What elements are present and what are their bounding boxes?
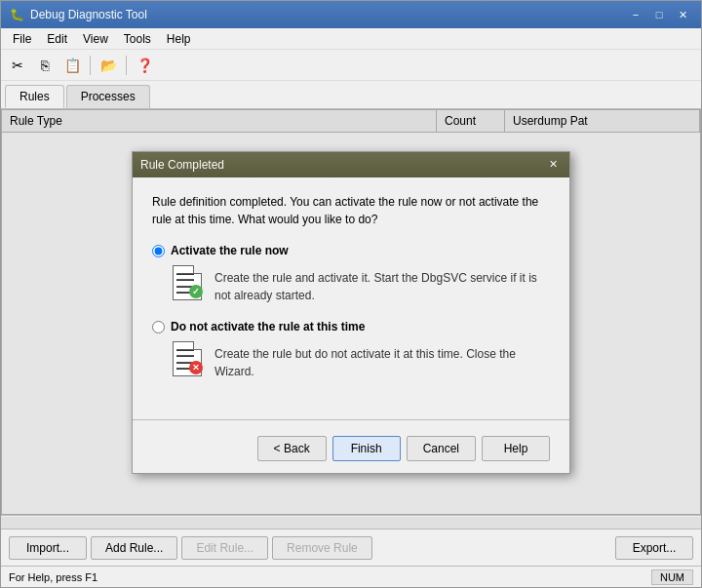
status-text: For Help, press F1 <box>9 571 651 583</box>
cut-button[interactable]: ✂ <box>5 53 30 78</box>
dialog-description: Rule definition completed. You can activ… <box>152 193 550 228</box>
app-icon: 🐛 <box>9 7 24 22</box>
tabs: Rules Processes <box>1 81 701 108</box>
minimize-button[interactable]: − <box>625 5 646 24</box>
bottom-bar: Import... Add Rule... Edit Rule... Remov… <box>1 529 701 566</box>
dialog-help-button[interactable]: Help <box>482 436 550 461</box>
export-button[interactable]: Export... <box>615 536 693 560</box>
toolbar-separator <box>90 56 91 75</box>
horizontal-scrollbar[interactable] <box>1 515 701 529</box>
finish-button[interactable]: Finish <box>332 436 401 461</box>
hscroll-track <box>1 517 701 529</box>
open-button[interactable]: 📂 <box>96 53 121 78</box>
radio-do-not-activate[interactable] <box>152 321 165 333</box>
dialog-footer: < Back Finish Cancel Help <box>133 428 569 473</box>
menu-edit[interactable]: Edit <box>39 30 75 48</box>
toolbar: ✂ ⎘ 📋 📂 ❓ <box>1 50 701 81</box>
edit-rule-button[interactable]: Edit Rule... <box>181 536 268 560</box>
cancel-button[interactable]: Cancel <box>407 436 476 461</box>
dialog-separator <box>133 419 569 420</box>
option-activate-detail: ▬▬▬▬▬▬▬▬▬▬▬▬ ✓ Create the rule and activ… <box>170 265 550 304</box>
remove-rule-button[interactable]: Remove Rule <box>272 536 372 560</box>
option-activate-now-group: Activate the rule now ▬▬▬▬▬▬▬▬▬▬▬▬ ✓ <box>152 244 550 304</box>
dialog-body: Rule definition completed. You can activ… <box>133 177 569 412</box>
close-button[interactable]: ✕ <box>672 5 693 24</box>
activate-icon-container: ▬▬▬▬▬▬▬▬▬▬▬▬ ✓ <box>170 265 205 300</box>
menu-file[interactable]: File <box>5 30 39 48</box>
back-button[interactable]: < Back <box>257 436 327 461</box>
menu-view[interactable]: View <box>75 30 116 48</box>
paste-button[interactable]: 📋 <box>59 53 85 78</box>
no-activate-icon-container: ▬▬▬▬▬▬▬▬▬▬▬▬ ✕ <box>170 341 205 376</box>
tab-processes[interactable]: Processes <box>66 85 150 108</box>
num-indicator: NUM <box>651 569 693 585</box>
rule-completed-dialog: Rule Completed ✕ Rule definition complet… <box>132 151 570 474</box>
radio-activate-label[interactable]: Activate the rule now <box>171 244 289 257</box>
check-icon: ✓ <box>189 285 203 298</box>
dialog-overlay: Rule Completed ✕ Rule definition complet… <box>1 109 701 515</box>
add-rule-button[interactable]: Add Rule... <box>91 536 177 560</box>
radio-activate-now[interactable] <box>152 245 165 257</box>
radio-no-activate-label[interactable]: Do not activate the rule at this time <box>171 320 365 333</box>
title-bar: 🐛 Debug Diagnostic Tool − □ ✕ <box>1 1 701 28</box>
no-activate-detail-text: Create the rule but do not activate it a… <box>214 341 550 380</box>
window-controls: − □ ✕ <box>625 5 693 24</box>
tab-rules[interactable]: Rules <box>5 85 64 108</box>
import-button[interactable]: Import... <box>9 536 87 560</box>
menu-bar: File Edit View Tools Help <box>1 28 701 50</box>
toolbar-separator-2 <box>126 56 127 75</box>
radio-row-activate: Activate the rule now <box>152 244 550 257</box>
window-title: Debug Diagnostic Tool <box>30 8 625 21</box>
menu-tools[interactable]: Tools <box>116 30 159 48</box>
dialog-close-button[interactable]: ✕ <box>544 156 562 174</box>
option-no-activate-detail: ▬▬▬▬▬▬▬▬▬▬▬▬ ✕ Create the rule but do no… <box>170 341 550 380</box>
copy-button[interactable]: ⎘ <box>32 53 58 78</box>
option-no-activate-group: Do not activate the rule at this time ▬▬… <box>152 320 550 380</box>
dialog-title: Rule Completed <box>140 158 544 172</box>
radio-row-no-activate: Do not activate the rule at this time <box>152 320 550 333</box>
help-button[interactable]: ❓ <box>132 53 157 78</box>
main-window: 🐛 Debug Diagnostic Tool − □ ✕ File Edit … <box>0 0 702 588</box>
menu-help[interactable]: Help <box>159 30 199 48</box>
status-bar: For Help, press F1 NUM <box>1 566 701 587</box>
dialog-title-bar: Rule Completed ✕ <box>133 152 569 177</box>
maximize-button[interactable]: □ <box>648 5 670 24</box>
activate-detail-text: Create the rule and activate it. Start t… <box>214 265 550 304</box>
content-area: Rule Type Count Userdump Pat Rule Comple… <box>1 108 701 515</box>
cross-icon: ✕ <box>189 361 203 374</box>
